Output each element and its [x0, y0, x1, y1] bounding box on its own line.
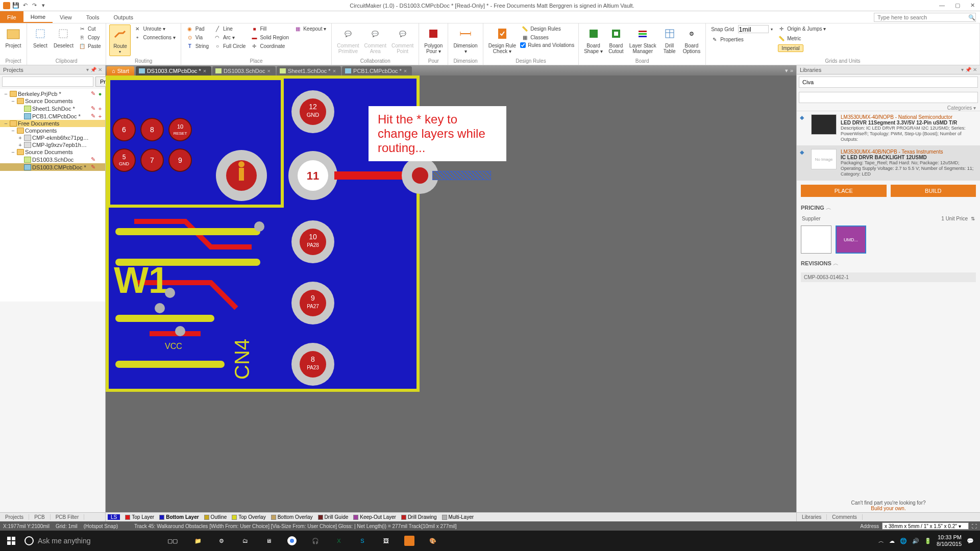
place-button[interactable]: PLACE	[801, 185, 887, 197]
taskbar-app-4[interactable]: 🖥	[258, 533, 279, 549]
taskbar-chrome[interactable]	[282, 533, 302, 549]
tab-tools[interactable]: Tools	[79, 11, 107, 23]
build-button[interactable]: BUILD	[891, 185, 976, 197]
connections-button[interactable]: ⚬Connections ▾	[132, 33, 177, 41]
taskbar-excel[interactable]: X	[329, 533, 349, 549]
bottom-tab-projects[interactable]: Projects	[0, 514, 29, 520]
status-address-input[interactable]	[882, 522, 969, 530]
document-tab[interactable]: DS1003.SchDoc×	[212, 66, 276, 76]
unroute-button[interactable]: ✕Unroute ▾	[132, 24, 177, 33]
polygon-pour-button[interactable]: Polygon Pour ▾	[422, 24, 445, 55]
tree-row[interactable]: − Source Documents	[0, 97, 105, 105]
comment-primitive-button[interactable]: 💬Comment Primitive	[335, 24, 361, 55]
status-expand-icon[interactable]: ⛶	[972, 523, 977, 529]
tray-up-icon[interactable]: ︿	[878, 537, 884, 545]
ribbon-search[interactable]: 🔍	[874, 13, 976, 22]
panel-close-icon[interactable]: ✕	[98, 67, 102, 72]
maximize-button[interactable]: ▢	[953, 2, 962, 9]
layer-item[interactable]: Drill Guide	[318, 514, 349, 520]
taskbar-app-3[interactable]: 🗂	[235, 533, 255, 549]
file-tab[interactable]: File	[0, 11, 23, 23]
tab-home[interactable]: Home	[23, 11, 53, 23]
tray-network-icon[interactable]: 🌐	[900, 538, 907, 544]
categories-dropdown[interactable]: Categories ▾	[797, 105, 980, 111]
tab-nav-icon[interactable]: ▾	[785, 67, 788, 74]
board-shape-button[interactable]: Board Shape ▾	[582, 24, 605, 55]
minimize-button[interactable]: —	[937, 2, 947, 9]
cut-button[interactable]: ✂Cut	[77, 24, 103, 33]
string-button[interactable]: TString	[184, 42, 211, 50]
redo-icon[interactable]: ↷	[31, 2, 38, 9]
tree-row[interactable]: PCB1.CMPcbDoc * ✎ +	[0, 112, 105, 120]
pcb-canvas[interactable]: 6 8 10 RESET 5 GND 7 9 12 GND	[106, 76, 796, 512]
tab-view[interactable]: View	[53, 11, 79, 23]
tray-volume-icon[interactable]: 🔊	[912, 538, 919, 544]
tree-row[interactable]: + CMP-ekmb6fxc71pg3nt0c777-1	[0, 134, 105, 141]
layer-item[interactable]: Drill Drawing	[401, 514, 437, 520]
tray-battery-icon[interactable]: 🔋	[924, 538, 932, 544]
lib-dropdown-icon[interactable]: ▾	[961, 67, 964, 72]
close-button[interactable]: ✕	[968, 2, 977, 9]
library-search-input[interactable]	[799, 77, 978, 88]
document-tab[interactable]: DS1003.CMPcbDoc *×	[136, 66, 211, 76]
deselect-button[interactable]: Deselect	[52, 24, 76, 49]
tree-row[interactable]: − Free Documents	[0, 120, 105, 127]
metric-button[interactable]: 📏Metric	[776, 34, 828, 42]
layer-item[interactable]: Bottom Layer	[159, 514, 199, 520]
via-button[interactable]: ⊙Via	[184, 33, 211, 41]
layer-item[interactable]: Outline	[204, 514, 227, 520]
tree-row[interactable]: DS1003.SchDoc ✎	[0, 156, 105, 163]
taskbar-app-2[interactable]: ⚙	[211, 533, 232, 549]
search-input[interactable]	[874, 13, 976, 22]
projects-tree[interactable]: − Berkeley.PrjPcb * ✎ ● − Source Documen…	[0, 89, 105, 302]
tree-row[interactable]: − Source Documents	[0, 148, 105, 156]
panel-pin-icon[interactable]: 📌	[90, 67, 96, 72]
library-filter-input[interactable]	[799, 92, 978, 103]
comment-point-button[interactable]: 💬Comment Point	[389, 24, 415, 55]
tree-row[interactable]: − Berkeley.PrjPcb * ✎ ●	[0, 90, 105, 97]
tray-notifications-icon[interactable]: 💬	[967, 538, 974, 544]
layer-set-button[interactable]: LS	[108, 514, 120, 520]
taskbar-photos[interactable]: 🖼	[376, 533, 396, 549]
revision-item[interactable]: CMP-0063-01462-1	[801, 272, 976, 282]
arc-button[interactable]: ◠Arc ▾	[212, 33, 248, 41]
snap-grid-input[interactable]	[738, 25, 769, 33]
undo-icon[interactable]: ↶	[21, 2, 29, 9]
paste-button[interactable]: 📋Paste	[77, 42, 103, 50]
imperial-button[interactable]: Imperial	[776, 44, 828, 53]
tray-cloud-icon[interactable]: ☁	[889, 538, 895, 544]
layer-item[interactable]: Keep-Out Layer	[353, 514, 396, 520]
classes-button[interactable]: ▦Classes	[519, 33, 575, 41]
start-button[interactable]: ⌂Start	[107, 66, 134, 76]
layer-item[interactable]: Multi-Layer	[442, 514, 474, 520]
layer-item[interactable]: Top Layer	[125, 514, 154, 520]
revisions-header[interactable]: REVISIONS ︿	[797, 257, 980, 270]
document-tab[interactable]: PCB1.CMPcbDoc *×	[342, 66, 412, 76]
solidregion-button[interactable]: ▬Solid Region	[249, 33, 291, 41]
tree-row[interactable]: DS1003.CMPcbDoc * ✎	[0, 163, 105, 171]
tree-row[interactable]: Sheet1.SchDoc * ✎ +	[0, 105, 105, 112]
projects-filter-input[interactable]	[2, 77, 93, 87]
taskbar-search[interactable]: Ask me anything	[20, 536, 163, 545]
route-button[interactable]: Route▾	[109, 24, 131, 56]
fill-button[interactable]: ■Fill	[249, 24, 291, 33]
select-button[interactable]: Select	[30, 24, 51, 49]
layer-stack-button[interactable]: Layer Stack Manager	[627, 24, 658, 55]
tree-row[interactable]: + CMP-lg9xzv7epb1hdwyov3m9-	[0, 141, 105, 148]
coordinate-button[interactable]: ✛Coordinate	[249, 42, 291, 50]
taskbar-app-6[interactable]: 🎧	[305, 533, 326, 549]
bottom-tab-pcb[interactable]: PCB	[29, 514, 51, 520]
keepout-button[interactable]: ▦Keepout ▾	[292, 24, 328, 33]
tray-clock[interactable]: 10:33 PM8/10/2015	[937, 534, 962, 547]
comment-area-button[interactable]: 💬Comment Area	[362, 24, 388, 55]
project-button[interactable]: Project	[3, 24, 23, 49]
tab-outputs[interactable]: Outputs	[106, 11, 140, 23]
origin-jumps-button[interactable]: ✛Origin & Jumps ▾	[776, 24, 828, 33]
properties-button[interactable]: ✎Properties	[709, 35, 775, 43]
library-item[interactable]: ◆ LM3530UMX-40/NOPB - National Semicondu…	[797, 111, 980, 146]
panel-dropdown-icon[interactable]: ▾	[86, 67, 89, 72]
design-rules-button[interactable]: 📏Design Rules	[519, 24, 575, 33]
taskbar-app-1[interactable]: 📁	[188, 533, 208, 549]
board-options-button[interactable]: ⚙Board Options	[681, 24, 702, 55]
taskbar-circuitmaker[interactable]	[399, 533, 420, 549]
